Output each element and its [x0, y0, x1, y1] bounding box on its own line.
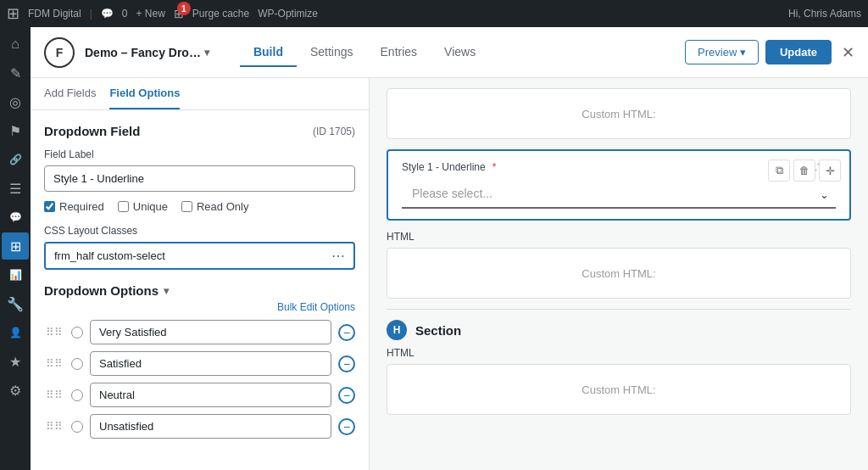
top-custom-html-box: Custom HTML: — [387, 88, 851, 139]
option-input-4[interactable] — [90, 414, 331, 439]
option-radio-3[interactable] — [71, 389, 83, 401]
comment-icon[interactable]: 💬 — [2, 204, 29, 231]
admin-bar: ⊞ FDM Digital | 💬 0 + New ⊞ 1 Purge cach… — [0, 0, 868, 27]
option-remove-3[interactable]: − — [338, 387, 355, 404]
new-button[interactable]: + New — [136, 8, 164, 20]
html-label: HTML — [387, 231, 851, 243]
settings-icon[interactable]: ⚙ — [2, 377, 29, 404]
star-icon[interactable]: ★ — [2, 348, 29, 375]
field-preview-card: ⧉ 🗑 ✛ Style 1 - Underline * (ID 1705) Pl… — [387, 149, 851, 221]
tab-add-fields[interactable]: Add Fields — [44, 78, 96, 109]
copy-field-button[interactable]: ⧉ — [768, 159, 790, 182]
section-badge: H — [387, 320, 407, 340]
user-greeting: Hi, Chris Adams — [788, 8, 861, 20]
comment-count: 0 — [122, 8, 128, 20]
form-builder-header: F Demo – Fancy Dro… ▾ Build Settings Ent… — [31, 27, 868, 78]
required-asterisk: * — [492, 161, 497, 173]
required-checkbox[interactable]: Required — [44, 200, 104, 213]
form-builder-tabs: Build Settings Entries Views — [240, 38, 489, 67]
wp-badge: ⊞ 1 — [174, 7, 184, 20]
option-radio-4[interactable] — [71, 421, 83, 433]
css-input-wrapper: ⋯ — [44, 242, 355, 270]
tab-field-options[interactable]: Field Options — [109, 78, 180, 109]
pencil-icon[interactable]: ✎ — [2, 59, 29, 87]
option-row-2: ⠿⠿ − — [44, 351, 355, 376]
section-custom-html-box: Custom HTML: — [387, 364, 851, 415]
close-button[interactable]: ✕ — [842, 43, 854, 62]
field-select-wrapper: Please select... — [402, 180, 836, 209]
unique-checkbox[interactable]: Unique — [118, 200, 168, 213]
tag-icon[interactable]: ⚑ — [2, 117, 29, 144]
panel-tabs: Add Fields Field Options — [31, 78, 369, 110]
site-name[interactable]: FDM Digital — [28, 8, 81, 20]
option-radio-2[interactable] — [71, 358, 83, 370]
tab-settings[interactable]: Settings — [297, 38, 367, 67]
option-radio-1[interactable] — [71, 327, 83, 339]
form-builder-body: Add Fields Field Options Dropdown Field … — [31, 78, 868, 470]
purge-cache-button[interactable]: Purge cache — [192, 8, 249, 20]
header-actions: Preview ▾ Update ✕ — [685, 40, 854, 64]
form-builder-title[interactable]: Demo – Fancy Dro… ▾ — [85, 46, 209, 59]
drag-handle-3[interactable]: ⠿⠿ — [44, 387, 64, 403]
field-preview-actions: ⧉ 🗑 ✛ — [768, 159, 841, 182]
option-row-1: ⠿⠿ − — [44, 320, 355, 344]
title-chevron[interactable]: ▾ — [204, 47, 209, 59]
option-remove-4[interactable]: − — [338, 418, 355, 435]
preview-button[interactable]: Preview ▾ — [685, 40, 759, 64]
wp-sidebar: ⌂ ✎ ◎ ⚑ 🔗 ☰ 💬 ⊞ 📊 🔧 👤 ★ ⚙ — [0, 27, 31, 470]
left-panel: Add Fields Field Options Dropdown Field … — [31, 78, 370, 470]
css-classes-label: CSS Layout Classes — [44, 225, 355, 237]
drag-handle-1[interactable]: ⠿⠿ — [44, 324, 64, 340]
wp-optimize-button[interactable]: WP-Optimize — [258, 8, 318, 20]
delete-field-button[interactable]: 🗑 — [793, 159, 815, 182]
option-remove-1[interactable]: − — [338, 324, 355, 341]
option-row-4: ⠿⠿ − — [44, 414, 355, 439]
wp-badge-count: 1 — [177, 2, 191, 15]
css-dots-button[interactable]: ⋯ — [323, 244, 353, 267]
section-row: H Section — [387, 320, 851, 340]
form-builder-logo: F — [44, 37, 75, 68]
right-panel: Custom HTML: ⧉ 🗑 ✛ Style 1 - Underline *… — [370, 78, 868, 470]
chart-icon[interactable]: 📊 — [2, 261, 29, 288]
readonly-checkbox[interactable]: Read Only — [181, 200, 248, 213]
drag-handle-2[interactable]: ⠿⠿ — [44, 355, 64, 372]
panel-content: Dropdown Field (ID 1705) Field Label Req… — [31, 110, 369, 459]
admin-bar-sep: | — [90, 8, 92, 20]
bulk-edit-link[interactable]: Bulk Edit Options — [44, 301, 355, 313]
section-title: Section — [415, 323, 461, 338]
link-icon[interactable]: 🔗 — [2, 146, 29, 173]
dropdown-field-title: Dropdown Field (ID 1705) — [44, 124, 355, 138]
field-label-input[interactable] — [44, 165, 355, 192]
circle-icon[interactable]: ◎ — [2, 88, 29, 115]
css-classes-input[interactable] — [46, 243, 323, 268]
field-id: (ID 1705) — [313, 126, 355, 137]
bottom-custom-html-box: Custom HTML: — [387, 248, 851, 299]
comments-icon[interactable]: 💬 — [101, 8, 114, 20]
drag-handle-4[interactable]: ⠿⠿ — [44, 418, 64, 434]
option-remove-2[interactable]: − — [338, 355, 355, 372]
wp-logo[interactable]: ⊞ — [7, 4, 19, 23]
option-input-2[interactable] — [90, 351, 331, 376]
divider — [387, 309, 851, 310]
add-field-button[interactable]: ✛ — [819, 159, 841, 182]
dropdown-options-header: Dropdown Options ▾ — [44, 283, 355, 298]
option-input-1[interactable] — [90, 320, 331, 344]
forms-icon[interactable]: ⊞ — [2, 232, 29, 260]
field-select-preview[interactable]: Please select... — [402, 180, 836, 209]
tools-icon[interactable]: 🔧 — [2, 290, 29, 317]
update-button[interactable]: Update — [765, 40, 832, 64]
option-input-3[interactable] — [90, 383, 331, 407]
tab-entries[interactable]: Entries — [367, 38, 431, 67]
dropdown-chevron[interactable]: ▾ — [164, 285, 169, 297]
dropdown-options-title: Dropdown Options ▾ — [44, 283, 169, 298]
page-icon[interactable]: ☰ — [2, 175, 29, 202]
checkboxes-row: Required Unique Read Only — [44, 200, 355, 213]
option-row-3: ⠿⠿ − — [44, 383, 355, 407]
dashboard-icon[interactable]: ⌂ — [2, 31, 29, 58]
form-builder: F Demo – Fancy Dro… ▾ Build Settings Ent… — [31, 27, 868, 470]
tab-build[interactable]: Build — [240, 38, 297, 67]
tab-views[interactable]: Views — [431, 38, 489, 67]
field-label-label: Field Label — [44, 148, 355, 160]
user-icon[interactable]: 👤 — [2, 319, 29, 346]
section-html-label: HTML — [387, 347, 851, 359]
